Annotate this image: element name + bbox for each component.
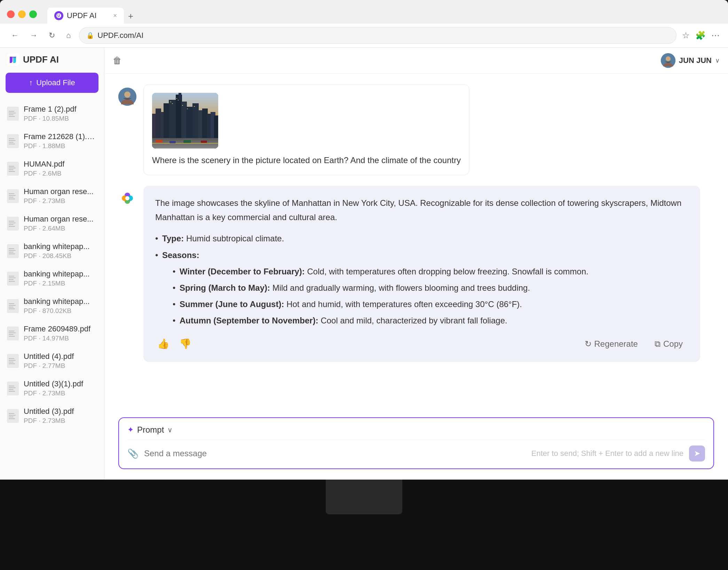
regenerate-label: Regenerate (594, 339, 638, 349)
file-icon (7, 272, 19, 286)
menu-button[interactable]: ⋯ (711, 31, 720, 40)
url-bar[interactable]: 🔒 UPDF.com/AI (79, 27, 676, 44)
file-item[interactable]: Human organ rese... PDF · 2.73MB (0, 182, 104, 210)
svg-rect-46 (9, 334, 14, 335)
svg-rect-62 (9, 418, 15, 419)
file-info: banking whitepap... PDF · 870.02KB (24, 297, 97, 315)
svg-rect-32 (9, 254, 15, 254)
svg-rect-19 (9, 193, 14, 194)
svg-rect-34 (9, 276, 14, 276)
file-item[interactable]: Human organ rese... PDF · 2.64MB (0, 210, 104, 237)
updf-logo-icon (7, 53, 19, 66)
svg-rect-54 (9, 386, 14, 386)
svg-rect-25 (9, 223, 16, 223)
file-icon (7, 107, 19, 121)
copy-button[interactable]: ⧉ Copy (649, 336, 688, 352)
svg-rect-84 (170, 102, 171, 102)
forward-button[interactable]: → (27, 30, 40, 41)
file-item[interactable]: Frame 2609489.pdf PDF · 14.97MB (0, 320, 104, 347)
file-size: PDF · 10.85MB (24, 115, 97, 122)
ai-spring-item: Spring (March to May): Mild and graduall… (173, 281, 688, 295)
file-item[interactable]: banking whitepap... PDF · 870.02KB (0, 292, 104, 320)
upload-label: Upload File (36, 78, 75, 87)
svg-rect-50 (9, 360, 16, 361)
file-item[interactable]: Frame 212628 (1).p... PDF · 1.88MB (0, 127, 104, 155)
regenerate-button[interactable]: ↻ Regenerate (579, 336, 643, 352)
file-size: PDF · 14.97MB (24, 335, 97, 342)
input-top: ✦ Prompt ∨ (127, 425, 705, 440)
new-tab-button[interactable]: + (124, 9, 137, 24)
file-name: banking whitepap... (24, 270, 97, 279)
ai-message: The image showcases the skyline of Manha… (118, 186, 714, 362)
ai-climate-list: Type: Humid subtropical climate. Seasons… (155, 232, 688, 328)
svg-rect-36 (9, 279, 14, 280)
file-item[interactable]: banking whitepap... PDF · 2.15MB (0, 265, 104, 292)
file-icon (7, 299, 19, 313)
ai-summer-item: Summer (June to August): Hot and humid, … (173, 297, 688, 312)
input-box: ✦ Prompt ∨ 📎 Enter to send; Shift + Ente… (118, 417, 714, 469)
svg-rect-47 (9, 336, 15, 337)
home-button[interactable]: ⌂ (63, 30, 73, 41)
bookmark-button[interactable]: ☆ (682, 31, 690, 40)
delete-chat-button[interactable]: 🗑 (113, 55, 122, 66)
ai-summer-label: Summer (June to August): (180, 299, 284, 309)
svg-rect-29 (9, 248, 14, 249)
svg-point-64 (666, 56, 671, 61)
svg-rect-20 (9, 195, 16, 196)
window-maximize-button[interactable] (29, 10, 37, 18)
file-icon (7, 409, 19, 423)
file-item[interactable]: Untitled (3)(1).pdf PDF · 2.73MB (0, 375, 104, 402)
svg-rect-8 (8, 136, 18, 147)
svg-rect-14 (9, 166, 14, 167)
svg-rect-88 (182, 105, 183, 106)
window-minimize-button[interactable] (18, 10, 26, 18)
extensions-button[interactable]: 🧩 (695, 31, 706, 40)
back-button[interactable]: ← (8, 30, 22, 41)
tab-close-button[interactable]: × (113, 12, 117, 19)
window-close-button[interactable] (7, 10, 15, 18)
ai-autumn-item: Autumn (September to November): Cool and… (173, 314, 688, 328)
ai-type-item: Type: Humid subtropical climate. (155, 232, 688, 246)
file-name: Untitled (3)(1).pdf (24, 379, 97, 388)
file-icon (7, 189, 19, 203)
svg-rect-5 (9, 113, 16, 113)
file-size: PDF · 2.15MB (24, 280, 97, 287)
refresh-button[interactable]: ↻ (46, 30, 58, 41)
svg-rect-92 (152, 143, 218, 144)
svg-rect-9 (9, 138, 14, 139)
file-item[interactable]: Untitled (4).pdf PDF · 2.77MB (0, 347, 104, 375)
window-controls (7, 10, 37, 18)
svg-rect-51 (9, 362, 14, 362)
svg-rect-12 (9, 144, 15, 144)
ai-message-avatar (118, 189, 136, 207)
svg-rect-37 (9, 281, 15, 282)
user-info[interactable]: JUN JUN ∨ (661, 53, 720, 68)
svg-rect-59 (9, 413, 14, 414)
user-message-text: Where is the scenery in the picture loca… (152, 154, 461, 167)
send-button[interactable]: ➤ (689, 445, 705, 461)
ai-intro-text: The image showcases the skyline of Manha… (155, 196, 688, 225)
upload-file-button[interactable]: ↑ Upload File (6, 73, 98, 93)
chat-header: 🗑 JUN JUN ∨ (104, 48, 728, 74)
message-input[interactable] (144, 449, 526, 458)
ai-winter-item: Winter (December to February): Cold, wit… (173, 265, 688, 279)
attach-file-button[interactable]: 📎 (127, 448, 139, 459)
file-list: Frame 1 (2).pdf PDF · 10.85MB Frame 2126… (0, 100, 104, 474)
svg-rect-22 (9, 199, 15, 199)
file-icon (7, 382, 19, 395)
tab-favicon: U (54, 11, 63, 20)
file-name: Frame 212628 (1).p... (24, 132, 97, 141)
file-name: Untitled (4).pdf (24, 352, 97, 361)
ai-winter-value: Cold, with temperatures often dropping b… (307, 267, 588, 276)
svg-rect-18 (8, 191, 18, 202)
active-tab[interactable]: U UPDF AI × (47, 8, 124, 24)
file-item[interactable]: banking whitepap... PDF · 208.45KB (0, 237, 104, 265)
thumbs-down-button[interactable]: 👎 (177, 336, 193, 352)
file-item[interactable]: Frame 1 (2).pdf PDF · 10.85MB (0, 100, 104, 127)
file-item[interactable]: Untitled (3).pdf PDF · 2.73MB (0, 402, 104, 429)
thumbs-up-button[interactable]: 👍 (155, 336, 172, 352)
user-image-attachment (152, 93, 218, 148)
input-area: ✦ Prompt ∨ 📎 Enter to send; Shift + Ente… (104, 412, 728, 480)
file-item[interactable]: HUMAN.pdf PDF · 2.6MB (0, 155, 104, 182)
file-icon (7, 327, 19, 340)
